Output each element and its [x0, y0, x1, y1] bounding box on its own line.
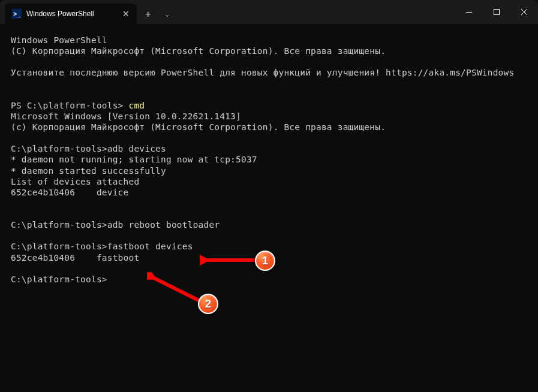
close-icon [521, 9, 527, 15]
tab-powershell[interactable]: >_ Windows PowerShell ✕ [5, 4, 137, 24]
maximize-button[interactable] [483, 0, 510, 24]
badge-2-label: 2 [205, 298, 211, 310]
badge-2: 2 [198, 294, 218, 314]
close-tab-icon[interactable]: ✕ [122, 9, 130, 19]
fastboot-line: 652ce4b10406 fastboot [11, 253, 139, 263]
tab-dropdown-icon[interactable]: ⌄ [160, 4, 175, 24]
minimize-button[interactable] [455, 0, 483, 24]
maximize-icon [494, 9, 500, 15]
daemon2: * daemon started successfully [11, 166, 166, 176]
install-msg: Установите последнюю версию PowerShell д… [11, 68, 386, 77]
terminal-output[interactable]: Windows PowerShell (C) Корпорация Майкро… [0, 24, 538, 295]
prompt2: C:\platform-tools> [11, 144, 107, 153]
copyright-line: (c) Корпорация Майкрософт (Microsoft Cor… [11, 122, 386, 132]
device-line: 652ce4b10406 device [11, 188, 128, 197]
prompt5: C:\platform-tools> [11, 275, 107, 284]
new-tab-button[interactable]: + [137, 4, 160, 24]
titlebar: >_ Windows PowerShell ✕ + ⌄ [0, 0, 538, 24]
list-header: List of devices attached [11, 177, 139, 186]
svg-rect-0 [466, 12, 472, 13]
cmd2: adb devices [107, 144, 166, 153]
cmd3: adb reboot bootloader [107, 220, 220, 230]
powershell-icon: >_ [12, 9, 22, 19]
header-line1: Windows PowerShell [11, 35, 107, 45]
cmd4: fastboot devices [107, 242, 193, 251]
tab-title: Windows PowerShell [26, 10, 94, 18]
window-controls [455, 0, 538, 24]
window: >_ Windows PowerShell ✕ + ⌄ Windows Powe… [0, 0, 538, 392]
cmd-command: cmd [128, 101, 145, 110]
header-line2: (C) Корпорация Майкрософт (Microsoft Cor… [11, 46, 386, 56]
minimize-icon [466, 12, 472, 13]
ps-prompt: PS C:\platform-tools> [11, 101, 128, 110]
winver-line: Microsoft Windows [Version 10.0.22621.14… [11, 111, 241, 121]
prompt3: C:\platform-tools> [11, 220, 107, 230]
svg-rect-1 [494, 10, 500, 15]
close-button[interactable] [510, 0, 538, 24]
daemon1: * daemon not running; starting now at tc… [11, 155, 257, 164]
install-link[interactable]: https://aka.ms/PSWindows [386, 68, 514, 77]
prompt4: C:\platform-tools> [11, 242, 107, 251]
tabs-container: >_ Windows PowerShell ✕ + ⌄ [0, 0, 175, 24]
